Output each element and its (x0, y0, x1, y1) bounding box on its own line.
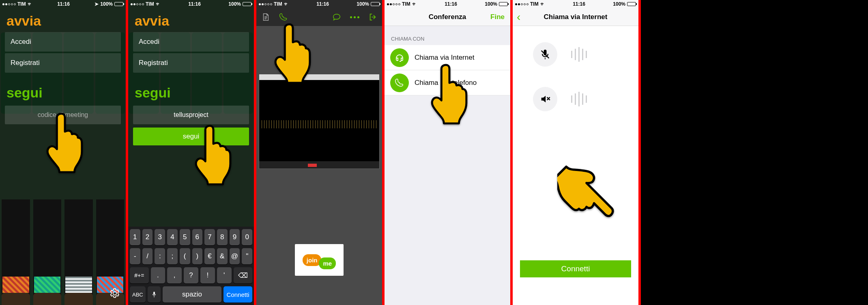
document-icon[interactable] (261, 13, 270, 22)
login-button[interactable]: Accedi (133, 32, 249, 52)
key[interactable]: / (142, 248, 153, 264)
key[interactable]: : (155, 248, 165, 264)
key[interactable]: ' (217, 267, 232, 283)
status-bar: TIMᯤ 11:16 100% (385, 0, 510, 8)
option-call-phone[interactable]: Chiama per telefono (385, 70, 510, 95)
mic-level-meter (571, 47, 587, 62)
key[interactable]: ) (192, 248, 203, 264)
login-button[interactable]: Accedi (5, 32, 121, 52)
screen-login-empty: TIMᯤ 11:16 ➤100% avvia Accedi Registrati… (0, 0, 128, 305)
key[interactable]: 2 (142, 229, 153, 245)
key-space[interactable]: spazio (163, 286, 221, 303)
joinme-logo: join me (295, 244, 344, 276)
register-button[interactable]: Registrati (5, 53, 121, 73)
connect-button[interactable]: Connetti (520, 260, 631, 277)
key[interactable]: 5 (180, 229, 190, 245)
keyboard: 1 2 3 4 5 6 7 8 9 0 - / : ; ( ) € & @ " … (128, 227, 254, 305)
settings-button[interactable] (110, 288, 120, 300)
key[interactable]: ? (184, 267, 198, 283)
nav-bar: ‹ Chiama via Internet (513, 8, 638, 26)
key[interactable]: 7 (204, 229, 215, 245)
headset-icon (390, 48, 409, 67)
phone-icon (390, 74, 409, 92)
key-abc[interactable]: ABC (130, 286, 146, 303)
heading-avvia: avvia (128, 8, 254, 30)
key-delete[interactable]: ⌫ (234, 267, 253, 283)
option-call-internet[interactable]: Chiama via Internet (385, 45, 510, 70)
phone-icon[interactable] (279, 13, 288, 22)
nav-bar: Conferenza Fine (385, 8, 510, 26)
heading-avvia: avvia (0, 8, 126, 30)
key[interactable]: 8 (217, 229, 228, 245)
heading-segui: segui (128, 74, 254, 102)
key[interactable]: € (204, 248, 215, 264)
key[interactable]: ( (180, 248, 190, 264)
screen-call-internet: TIMᯤ 11:16 100% ‹ Chiama via Internet Co… (513, 0, 641, 305)
done-button[interactable]: Fine (490, 13, 505, 21)
key-return[interactable]: Connetti (223, 286, 252, 303)
key[interactable]: 4 (167, 229, 178, 245)
status-bar: TIMᯤ 11:16 100% (513, 0, 638, 8)
chat-icon[interactable] (332, 13, 341, 22)
key[interactable]: 3 (155, 229, 165, 245)
more-icon[interactable] (350, 16, 359, 18)
key[interactable]: ; (167, 248, 178, 264)
shared-screen[interactable] (259, 80, 380, 169)
screen-conference-options: TIMᯤ 11:16 100% Conferenza Fine CHIAMA C… (385, 0, 513, 305)
key[interactable]: 6 (192, 229, 203, 245)
tutorial-hand-icon (557, 158, 614, 231)
key[interactable]: " (242, 248, 252, 264)
status-bar: TIMᯤ 11:16 100% (256, 0, 382, 8)
mute-speaker-button[interactable] (533, 87, 557, 111)
register-button[interactable]: Registrati (133, 53, 249, 73)
key[interactable]: - (130, 248, 140, 264)
speaker-level-meter (571, 92, 587, 106)
mute-mic-button[interactable] (533, 42, 557, 67)
key-symbols[interactable]: #+= (130, 267, 149, 283)
key[interactable]: 0 (242, 229, 252, 245)
meeting-code-input[interactable]: tellusproject (133, 106, 249, 124)
back-button[interactable]: ‹ (517, 11, 520, 23)
meeting-toolbar (256, 8, 382, 26)
screen-login-filled: TIMᯤ 11:16 100% avvia Accedi Registrati … (128, 0, 256, 305)
key[interactable]: & (217, 248, 228, 264)
exit-icon[interactable] (368, 13, 377, 22)
screen-meeting-view: TIMᯤ 11:16 100% join me (256, 0, 385, 305)
heading-segui: segui (0, 74, 126, 102)
key[interactable]: . (151, 267, 165, 283)
key[interactable]: 9 (230, 229, 240, 245)
key-mic[interactable] (148, 286, 161, 303)
key[interactable]: ! (200, 267, 215, 283)
page-title: Chiama via Internet (544, 13, 608, 21)
section-header: CHIAMA CON (385, 26, 510, 45)
follow-button[interactable]: segui (133, 128, 249, 145)
key[interactable]: 1 (130, 229, 140, 245)
meeting-code-input[interactable]: codice di meeting (5, 106, 121, 124)
key[interactable]: @ (230, 248, 240, 264)
key[interactable]: , (167, 267, 182, 283)
